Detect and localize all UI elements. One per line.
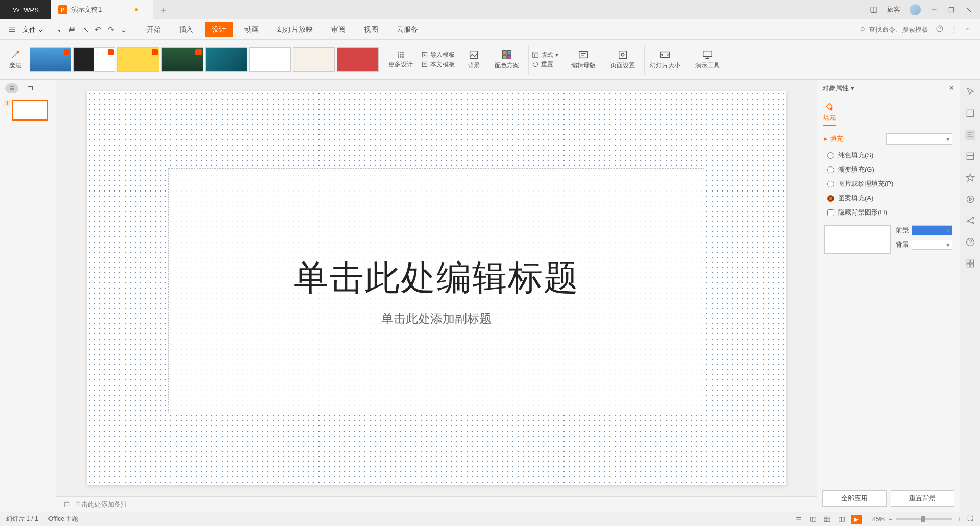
subtitle-placeholder[interactable]: 单击此处添加副标题 <box>381 310 492 327</box>
fill-tab[interactable]: 填充 <box>823 102 836 126</box>
sorter-view-icon[interactable] <box>822 515 832 523</box>
shape-tool-icon[interactable] <box>965 108 975 118</box>
background-button[interactable]: 背景 <box>462 45 485 75</box>
theme-thumb-3[interactable] <box>117 47 159 72</box>
radio-gradient-fill[interactable]: 渐变填充(G) <box>827 165 952 174</box>
help-icon[interactable] <box>936 25 944 34</box>
zoom-value[interactable]: 85% <box>872 516 885 523</box>
maximize-icon[interactable] <box>947 6 955 14</box>
more-icon[interactable]: ⋮ <box>951 26 958 33</box>
radio-gradient-label: 渐变填充(G) <box>838 165 874 174</box>
layout-button[interactable]: 版式▾ <box>532 51 558 59</box>
tab-view[interactable]: 视图 <box>357 22 385 37</box>
more-design-button[interactable]: 更多设计 <box>383 45 413 75</box>
fill-section-label[interactable]: ▸ 填充 <box>824 134 843 144</box>
import-template-button[interactable]: 导入模板 <box>421 51 455 59</box>
checkbox-hide-bg[interactable]: 隐藏背景图形(H) <box>827 208 952 217</box>
fit-window-icon[interactable] <box>967 515 974 523</box>
background-color-picker[interactable]: ▾ <box>912 240 952 250</box>
thumbnail-view-toggle[interactable] <box>23 83 37 93</box>
apply-all-button[interactable]: 全部应用 <box>822 490 887 507</box>
minimize-icon[interactable] <box>930 6 938 14</box>
theme-thumb-4[interactable] <box>161 47 203 72</box>
slideshow-button[interactable]: ▶ <box>851 515 862 524</box>
zoom-out-icon[interactable]: − <box>889 516 892 523</box>
this-template-button[interactable]: 本文模板 <box>421 60 455 69</box>
magic-button[interactable]: 魔法 <box>5 47 26 72</box>
animation-tool-icon[interactable] <box>965 194 975 204</box>
title-placeholder[interactable]: 单击此处编辑标题 <box>293 255 579 301</box>
wps-home-button[interactable]: WPS <box>0 0 51 19</box>
tab-start[interactable]: 开始 <box>139 22 168 37</box>
zoom-slider[interactable] <box>896 518 952 520</box>
theme-thumb-2[interactable] <box>74 47 115 72</box>
wps-logo-icon <box>12 6 20 14</box>
radio-pattern-fill[interactable]: 图案填充(A) <box>827 194 952 203</box>
svg-point-23 <box>621 53 624 56</box>
undo-icon[interactable]: ↶ <box>95 25 102 34</box>
zoom-in-icon[interactable]: ＋ <box>957 515 963 523</box>
template-tool-icon[interactable] <box>965 151 975 161</box>
presentation-tool-button[interactable]: 演示工具 <box>690 45 725 75</box>
svg-rect-25 <box>703 51 712 57</box>
svg-rect-16 <box>503 51 506 54</box>
user-name[interactable]: 旅客 <box>887 5 900 14</box>
grid-tool-icon[interactable] <box>965 258 975 269</box>
command-search[interactable]: 查找命令、搜索模板 <box>860 25 928 34</box>
svg-point-5 <box>400 52 401 53</box>
new-tab-button[interactable]: ＋ <box>153 0 174 19</box>
radio-solid-fill[interactable]: 纯色填充(S) <box>827 151 952 160</box>
checkbox-hide-bg-label: 隐藏背景图形(H) <box>838 208 887 217</box>
theme-thumb-8[interactable] <box>337 47 379 72</box>
svg-rect-37 <box>970 264 973 267</box>
file-menu[interactable]: 文件 ⌄ <box>18 23 47 36</box>
tab-cloud[interactable]: 云服务 <box>389 22 425 37</box>
slide-size-button[interactable]: 幻灯片大小 <box>644 45 685 75</box>
print-icon[interactable]: 🖶 <box>68 25 76 34</box>
hot-icon <box>152 49 158 55</box>
reset-button[interactable]: 重置 <box>532 60 558 69</box>
slide-canvas[interactable]: 单击此处编辑标题 单击此处添加副标题 <box>87 91 786 485</box>
outline-view-toggle[interactable] <box>5 83 18 93</box>
properties-tool-icon[interactable] <box>965 130 975 140</box>
fill-preview-swatch[interactable]: ▾ <box>886 133 952 145</box>
hamburger-icon[interactable] <box>7 25 16 34</box>
select-tool-icon[interactable] <box>965 87 975 97</box>
notes-placeholder: 单击此处添加备注 <box>75 500 128 509</box>
notes-toggle-icon[interactable] <box>794 515 804 523</box>
qat-dropdown-icon[interactable]: ⌄ <box>120 25 127 34</box>
close-icon[interactable] <box>965 6 973 14</box>
pattern-preview[interactable] <box>824 225 891 254</box>
foreground-color-picker[interactable]: ▾ <box>912 225 952 235</box>
radio-picture-fill[interactable]: 图片或纹理填充(P) <box>827 179 952 188</box>
tab-design[interactable]: 设计 <box>205 22 233 37</box>
content-placeholder[interactable]: 单击此处编辑标题 单击此处添加副标题 <box>168 168 704 413</box>
edit-master-button[interactable]: 编辑母版 <box>566 45 601 75</box>
collapse-ribbon-icon[interactable] <box>965 25 972 34</box>
theme-thumb-6[interactable] <box>249 47 291 72</box>
tab-review[interactable]: 审阅 <box>324 22 353 37</box>
notes-bar[interactable]: 单击此处添加备注 <box>56 496 817 512</box>
reading-view-icon[interactable] <box>837 515 847 523</box>
avatar[interactable] <box>910 4 921 15</box>
tab-insert[interactable]: 插入 <box>172 22 201 37</box>
redo-icon[interactable]: ↷ <box>108 25 114 34</box>
document-tab[interactable]: P 演示文稿1 <box>51 0 153 19</box>
save-icon[interactable]: 🖫 <box>55 25 62 34</box>
theme-thumb-7[interactable] <box>293 47 335 72</box>
theme-thumb-5[interactable] <box>205 47 247 72</box>
share-tool-icon[interactable] <box>965 216 975 226</box>
theme-thumb-1[interactable] <box>30 47 71 72</box>
reset-background-button[interactable]: 重置背景 <box>891 490 955 507</box>
tab-animation[interactable]: 动画 <box>237 22 266 37</box>
page-setup-button[interactable]: 页面设置 <box>605 45 640 75</box>
favorite-tool-icon[interactable] <box>965 173 975 183</box>
window-split-icon[interactable] <box>870 6 878 14</box>
panel-close-icon[interactable]: ✕ <box>949 84 954 92</box>
slide-thumbnail-1[interactable]: 1 <box>0 97 56 124</box>
color-scheme-button[interactable]: 配色方案 <box>489 45 524 75</box>
tab-slideshow[interactable]: 幻灯片放映 <box>270 22 320 37</box>
export-icon[interactable]: ⇱ <box>82 25 89 34</box>
help-tool-icon[interactable] <box>965 237 975 247</box>
normal-view-icon[interactable] <box>808 515 818 523</box>
